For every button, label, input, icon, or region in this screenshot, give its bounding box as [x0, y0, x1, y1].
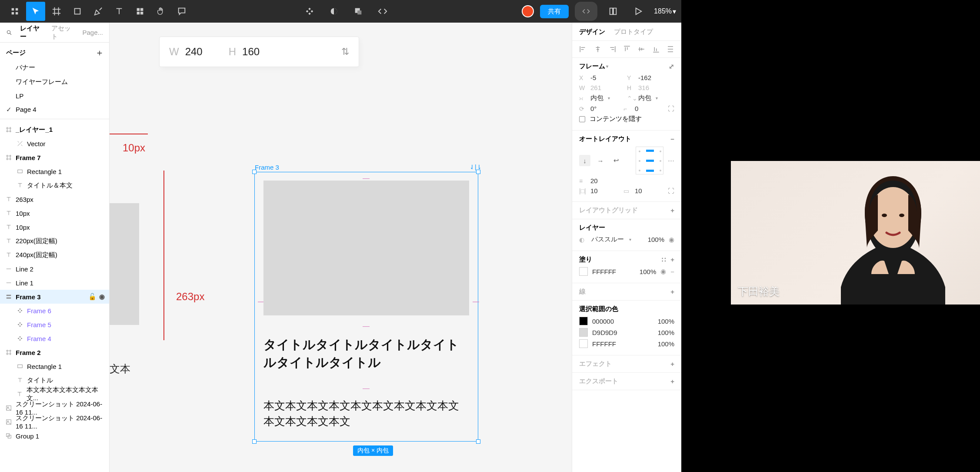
direction-vertical-button[interactable]: ↓: [579, 155, 590, 166]
layer-item[interactable]: Rectangle 1: [0, 164, 109, 178]
chevron-down-icon[interactable]: ▾: [606, 64, 608, 69]
w-input[interactable]: 261: [590, 84, 601, 91]
independent-corners-icon[interactable]: ⛶: [668, 105, 674, 112]
library-icon[interactable]: [603, 2, 623, 21]
zoom-menu[interactable]: 185%▾: [654, 7, 676, 16]
clip-content-checkbox[interactable]: [579, 116, 585, 122]
layer-item[interactable]: Frame 3🔓◉: [0, 290, 109, 304]
tab-prototype[interactable]: プロトタイプ: [614, 28, 653, 36]
fill-hex-input[interactable]: FFFFFF: [592, 268, 616, 275]
padv-input[interactable]: 10: [635, 187, 642, 194]
layer-item[interactable]: Frame 4: [0, 331, 109, 345]
y-input[interactable]: -162: [638, 74, 651, 81]
selection-color-row[interactable]: 000000100%: [579, 317, 674, 325]
frame-tool[interactable]: [47, 2, 66, 21]
page-item[interactable]: Page 4: [0, 103, 109, 116]
boolean-icon[interactable]: [349, 2, 368, 21]
visibility-icon[interactable]: ◉: [99, 293, 105, 301]
card-body-text[interactable]: 本文本文本文本文本文本文本文本文本文本文本文本文本文: [263, 398, 469, 429]
shape-tool[interactable]: [68, 2, 87, 21]
layer-item[interactable]: Frame 7: [0, 151, 109, 164]
layer-item[interactable]: Frame 2: [0, 345, 109, 359]
add-fill-icon[interactable]: +: [670, 256, 674, 264]
gap-indicator[interactable]: —: [363, 385, 370, 392]
radius-input[interactable]: 0: [635, 105, 638, 112]
styles-icon[interactable]: ∷: [662, 256, 666, 264]
page-item[interactable]: ワイヤーフレーム: [0, 75, 109, 89]
gap-input[interactable]: 20: [590, 177, 598, 184]
selection-handle[interactable]: [476, 170, 480, 174]
remove-fill-icon[interactable]: −: [670, 268, 674, 275]
add-effect-icon[interactable]: +: [670, 360, 674, 368]
width-value[interactable]: 240: [185, 46, 203, 58]
pen-tool[interactable]: [89, 2, 108, 21]
layer-item[interactable]: Line 1: [0, 276, 109, 290]
selection-handle[interactable]: [252, 170, 257, 174]
direction-horizontal-button[interactable]: →: [595, 155, 606, 166]
unlock-icon[interactable]: 🔓: [88, 293, 97, 301]
hand-tool[interactable]: [151, 2, 170, 21]
vresize-dropdown[interactable]: 内包: [638, 94, 651, 102]
main-menu-button[interactable]: [5, 2, 24, 21]
page-item[interactable]: LP: [0, 89, 109, 103]
alignment-grid[interactable]: [636, 147, 663, 174]
layer-item[interactable]: 10px: [0, 220, 109, 234]
layer-item[interactable]: スクリーンショット 2024-06-16 11...: [0, 401, 109, 415]
align-top-icon[interactable]: [623, 45, 631, 53]
tab-assets[interactable]: アセット: [51, 24, 75, 41]
layer-item[interactable]: タイトル＆本文: [0, 178, 109, 192]
comment-tool[interactable]: [172, 2, 191, 21]
mask-icon[interactable]: [324, 2, 343, 21]
color-swatch[interactable]: [579, 317, 588, 325]
autolayout-more-icon[interactable]: ⋯: [668, 157, 674, 164]
layer-item[interactable]: Frame 6: [0, 304, 109, 318]
align-right-icon[interactable]: [608, 45, 616, 53]
hresize-dropdown[interactable]: 内包: [590, 94, 603, 102]
layer-item[interactable]: 10px: [0, 206, 109, 220]
layer-item[interactable]: _レイヤー_1: [0, 123, 109, 137]
card-image-placeholder[interactable]: [263, 181, 469, 315]
layer-item[interactable]: 240px(固定幅): [0, 248, 109, 262]
opacity-input[interactable]: 100%: [648, 236, 664, 243]
selection-handle[interactable]: [252, 439, 257, 444]
present-button[interactable]: [629, 2, 648, 21]
add-grid-icon[interactable]: +: [670, 207, 674, 214]
add-page-icon[interactable]: [96, 50, 103, 57]
align-bottom-icon[interactable]: [652, 45, 660, 53]
align-vcenter-icon[interactable]: [637, 45, 645, 53]
resources-tool[interactable]: [130, 2, 150, 21]
direction-wrap-button[interactable]: ↩: [610, 155, 622, 166]
fill-visibility-icon[interactable]: ◉: [660, 268, 666, 275]
page-item[interactable]: バナー: [0, 60, 109, 75]
user-avatar[interactable]: [522, 5, 534, 17]
layer-item[interactable]: 220px(固定幅): [0, 234, 109, 248]
fill-swatch[interactable]: [579, 267, 588, 276]
padding-indicator-right[interactable]: |: [472, 301, 480, 303]
devmode-toggle[interactable]: [575, 2, 597, 21]
link-dimensions-icon[interactable]: ⇅: [341, 46, 349, 57]
tab-design[interactable]: デザイン: [579, 28, 605, 36]
selection-color-row[interactable]: D9D9D9100%: [579, 328, 674, 337]
text-tool[interactable]: [110, 2, 129, 21]
rotation-input[interactable]: 0°: [590, 105, 597, 112]
share-button[interactable]: 共有: [540, 5, 569, 18]
distribute-icon[interactable]: [667, 45, 674, 53]
align-hcenter-icon[interactable]: [594, 45, 602, 53]
color-swatch[interactable]: [579, 328, 588, 337]
visibility-icon[interactable]: ◉: [669, 236, 674, 244]
x-input[interactable]: -5: [590, 74, 596, 81]
layer-item[interactable]: Line 2: [0, 262, 109, 276]
padh-input[interactable]: 10: [590, 187, 598, 194]
fit-icon[interactable]: ⤢: [669, 63, 674, 70]
h-input[interactable]: 316: [638, 84, 649, 91]
layer-item[interactable]: タイトル: [0, 373, 109, 387]
remove-autolayout-icon[interactable]: −: [670, 135, 674, 143]
add-export-icon[interactable]: +: [670, 378, 674, 385]
color-swatch[interactable]: [579, 339, 588, 348]
dimensions-floating-panel[interactable]: W 240 H 160 ⇅: [159, 37, 359, 67]
add-stroke-icon[interactable]: +: [670, 288, 674, 295]
layer-item[interactable]: 263px: [0, 192, 109, 206]
tab-layers[interactable]: レイヤー: [20, 24, 43, 41]
devmode-icon[interactable]: [373, 2, 392, 21]
layer-item[interactable]: スクリーンショット 2024-06-16 11...: [0, 415, 109, 429]
